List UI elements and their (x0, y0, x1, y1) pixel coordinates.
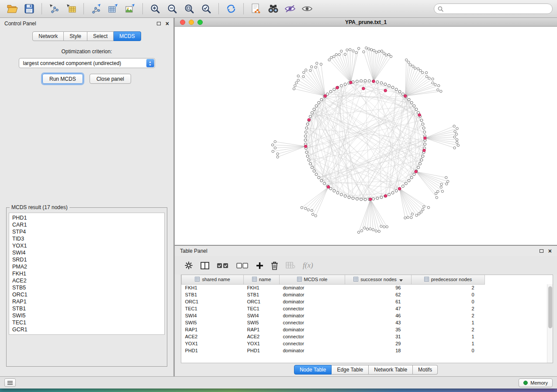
search-input[interactable] (446, 6, 549, 12)
mcds-result-item[interactable]: SWI4 (12, 249, 161, 256)
clone-network-button[interactable] (248, 2, 264, 16)
table-scrollbar[interactable] (547, 284, 553, 363)
column-header-name[interactable]: name (244, 275, 280, 284)
export-table-icon (108, 3, 118, 14)
deselect-all-button[interactable] (236, 262, 249, 269)
table-tab-network-table[interactable]: Network Table (369, 365, 413, 375)
cell-successor-nodes: 62 (345, 291, 412, 298)
mcds-result-item[interactable]: FKH1 (12, 270, 161, 277)
zoom-fit-button[interactable] (181, 2, 197, 16)
table-row[interactable]: FKH1FKH1dominator962 (182, 284, 547, 291)
refresh-button[interactable] (223, 2, 239, 16)
find-button[interactable] (265, 2, 281, 16)
panel-menu-button[interactable] (4, 378, 16, 387)
export-table-button[interactable] (105, 2, 121, 16)
close-mcds-panel-button[interactable]: Close panel (90, 74, 131, 84)
export-network-button[interactable] (88, 2, 104, 16)
node-table-body: FKH1FKH1dominator962STB1STB1dominator620… (182, 284, 547, 354)
table-row[interactable]: PHD1PHD1dominator180 (182, 347, 547, 354)
export-image-button[interactable] (122, 2, 138, 16)
tab-style[interactable]: Style (64, 31, 87, 41)
control-panel-header: Control Panel × (0, 18, 173, 29)
zoom-out-button[interactable] (164, 2, 180, 16)
network-canvas[interactable] (175, 27, 557, 245)
select-stepper-icon: ▲▼ (146, 59, 154, 67)
table-scrollbar-thumb[interactable] (548, 286, 552, 328)
table-row[interactable]: RAP1RAP1dominator352 (182, 326, 547, 333)
column-header-predecessor-nodes[interactable]: predecessor nodes (412, 275, 485, 284)
column-header-mcds-role[interactable]: MCDS role (280, 275, 345, 284)
mcds-result-item[interactable]: PHD1 (12, 214, 161, 221)
cell-filler (485, 284, 547, 291)
table-row[interactable]: ACE2ACE2connector311 (182, 333, 547, 340)
hide-details-button[interactable] (282, 2, 298, 16)
zoom-selected-button[interactable] (198, 2, 214, 16)
network-window-titlebar[interactable]: YPA_prune.txt_1 (175, 18, 557, 27)
toolbar-separator (218, 3, 219, 14)
table-panel-float-button[interactable] (540, 248, 543, 254)
window-maximize-icon[interactable] (197, 20, 203, 25)
criterion-select[interactable]: largest connected component (undirected)… (19, 58, 155, 68)
memory-button[interactable]: Memory (519, 378, 553, 387)
table-row[interactable]: SWI4SWI4dominator462 (182, 312, 547, 319)
cell-filler (485, 291, 547, 298)
window-minimize-icon[interactable] (189, 20, 194, 25)
mcds-result-item[interactable]: ACE2 (12, 277, 161, 284)
table-row[interactable]: STB1STB1dominator620 (182, 291, 547, 298)
mcds-result-item[interactable]: TEC1 (12, 319, 161, 326)
run-mcds-button[interactable]: Run MCDS (42, 74, 83, 84)
table-tab-node-table[interactable]: Node Table (294, 365, 332, 375)
import-table-button[interactable] (63, 2, 79, 16)
cell-name: TEC1 (244, 305, 280, 312)
mcds-result-list: PHD1CAR1STP4TID3YOX1SWI4SRD1PMA2FKH1ACE2… (9, 213, 165, 335)
cell-name: PHD1 (244, 347, 280, 354)
control-panel-float-button[interactable] (157, 21, 161, 27)
tab-select[interactable]: Select (87, 31, 114, 41)
mcds-result-item[interactable]: YOX1 (12, 242, 161, 249)
table-row[interactable]: YOX1YOX1connector291 (182, 340, 547, 347)
cell-predecessor-nodes: 0 (412, 347, 485, 354)
window-close-icon[interactable] (180, 20, 185, 25)
zoom-in-button[interactable] (147, 2, 163, 16)
table-row[interactable]: TEC1TEC1connector472 (182, 305, 547, 312)
mcds-result-item[interactable]: ORC1 (12, 291, 161, 298)
cell-shared-name: FKH1 (182, 284, 244, 291)
table-row[interactable]: ORC1ORC1dominator610 (182, 298, 547, 305)
add-column-button[interactable] (256, 262, 263, 269)
mcds-result-item[interactable]: PMA2 (12, 263, 161, 270)
table-tab-edge-table[interactable]: Edge Table (332, 365, 369, 375)
mcds-result-item[interactable]: SWI5 (12, 312, 161, 319)
cell-shared-name: RAP1 (182, 326, 244, 333)
column-header-shared-name[interactable]: shared name (182, 275, 244, 284)
select-all-button[interactable] (217, 262, 229, 269)
table-panel-header: Table Panel × (175, 246, 557, 256)
table-row[interactable]: SWI5SWI5connector431 (182, 319, 547, 326)
search-box[interactable] (434, 3, 553, 14)
mcds-result-item[interactable]: GCR1 (12, 326, 161, 333)
table-settings-button[interactable] (184, 261, 193, 270)
delete-column-button[interactable] (271, 261, 278, 270)
mcds-result-item[interactable]: TID3 (12, 235, 161, 242)
open-file-button[interactable] (4, 2, 20, 16)
mcds-result-item[interactable]: RAP1 (12, 298, 161, 305)
save-session-button[interactable] (21, 2, 37, 16)
mcds-result-item[interactable]: SRD1 (12, 256, 161, 263)
column-header-successor-nodes[interactable]: successor nodes (345, 275, 412, 284)
mcds-result-item[interactable]: STB1 (12, 305, 161, 312)
cell-shared-name: ACE2 (182, 333, 244, 340)
tab-mcds[interactable]: MCDS (114, 31, 141, 41)
control-panel-close-button[interactable]: × (166, 21, 169, 26)
mcds-result-item[interactable]: STB5 (12, 284, 161, 291)
node-table-header-row: shared namenameMCDS rolesuccessor nodesp… (182, 275, 547, 284)
table-tab-motifs[interactable]: Motifs (413, 365, 438, 375)
cell-name: YOX1 (244, 340, 280, 347)
show-columns-button[interactable] (201, 262, 209, 269)
tab-network[interactable]: Network (32, 31, 64, 41)
mcds-result-item[interactable]: CAR1 (12, 221, 161, 228)
mcds-result-item[interactable]: STP4 (12, 228, 161, 235)
table-panel-close-button[interactable]: × (548, 249, 552, 253)
import-network-button[interactable] (46, 2, 62, 16)
cell-mcds-role: dominator (280, 298, 345, 305)
show-details-button[interactable] (299, 2, 315, 16)
refresh-icon (226, 3, 236, 14)
